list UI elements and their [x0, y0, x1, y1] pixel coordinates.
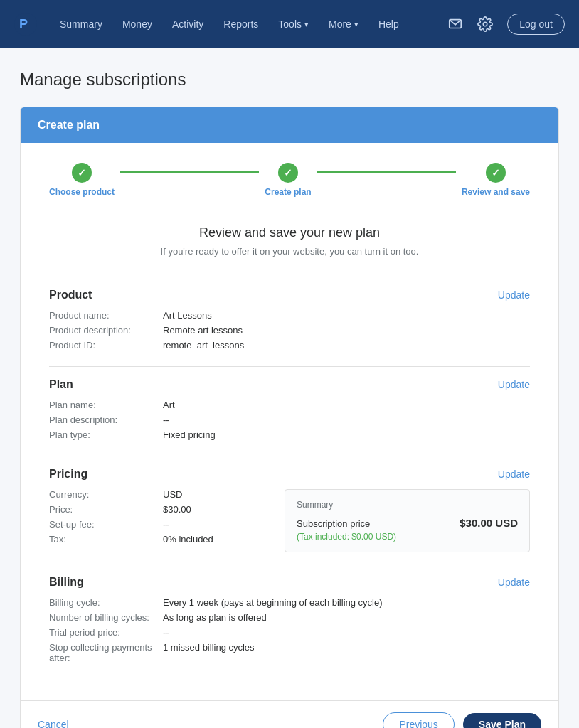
- nav-tools[interactable]: Tools: [270, 13, 317, 36]
- review-section: Review and save your new plan If you're …: [21, 211, 558, 700]
- product-desc-label: Product description:: [49, 325, 163, 336]
- trial-period-value: --: [163, 627, 169, 638]
- currency-value: USD: [163, 489, 182, 500]
- summary-price-amount: $30.00 USD: [460, 517, 518, 529]
- trial-period-row: Trial period price: --: [49, 627, 530, 638]
- billing-update-link[interactable]: Update: [498, 577, 530, 588]
- product-name-label: Product name:: [49, 310, 163, 321]
- plan-section: Plan Update Plan name: Art Plan descript…: [49, 366, 530, 456]
- setup-fee-label: Set-up fee:: [49, 519, 163, 530]
- pricing-summary: Summary Subscription price $30.00 USD (T…: [285, 489, 530, 552]
- tax-value: 0% included: [163, 534, 213, 545]
- create-plan-card: Create plan Choose product Create plan: [20, 107, 559, 728]
- currency-label: Currency:: [49, 489, 163, 500]
- nav-help[interactable]: Help: [370, 13, 408, 36]
- currency-row: Currency: USD: [49, 489, 270, 500]
- card-header: Create plan: [21, 107, 558, 143]
- summary-tax-note: (Tax included: $0.00 USD): [297, 532, 518, 542]
- plan-type-label: Plan type:: [49, 429, 163, 440]
- step-1-circle: [72, 163, 92, 183]
- footer-right: Previous Save Plan: [383, 712, 541, 728]
- pricing-section: Pricing Update Currency: USD Price: $30.…: [49, 456, 530, 564]
- stepper-line-1: [120, 171, 259, 173]
- stop-collecting-row: Stop collecting payments after: 1 missed…: [49, 642, 530, 663]
- card-footer: Cancel Previous Save Plan: [21, 700, 558, 728]
- num-billing-cycles-row: Number of billing cycles: As long as pla…: [49, 612, 530, 623]
- product-update-link[interactable]: Update: [498, 289, 530, 301]
- main-content: Manage subscriptions Create plan Choose …: [0, 48, 579, 728]
- billing-cycle-value: Every 1 week (pays at beginning of each …: [163, 597, 383, 608]
- plan-type-row: Plan type: Fixed pricing: [49, 429, 530, 440]
- step-1-check: [78, 167, 86, 178]
- step-3-label: Review and save: [462, 187, 530, 197]
- nav-activity[interactable]: Activity: [164, 13, 212, 36]
- pricing-section-name: Pricing: [49, 468, 87, 481]
- logout-button[interactable]: Log out: [507, 14, 565, 35]
- stepper-line-2: [317, 171, 456, 173]
- message-icon[interactable]: [442, 11, 469, 38]
- step-2-label: Create plan: [265, 187, 311, 197]
- nav-more[interactable]: More: [320, 13, 367, 36]
- stop-collecting-value: 1 missed billing cycles: [163, 642, 255, 663]
- plan-update-link[interactable]: Update: [498, 379, 530, 390]
- product-id-label: Product ID:: [49, 340, 163, 350]
- summary-title: Summary: [297, 500, 518, 510]
- review-subtitle: If you're ready to offer it on your webs…: [49, 246, 530, 257]
- num-billing-cycles-value: As long as plan is offered: [163, 612, 267, 623]
- product-section: Product Update Product name: Art Lessons…: [49, 277, 530, 366]
- save-plan-button[interactable]: Save Plan: [463, 713, 541, 728]
- summary-price-label: Subscription price: [297, 518, 370, 529]
- setup-fee-row: Set-up fee: --: [49, 519, 270, 530]
- pricing-section-header: Pricing Update: [49, 468, 530, 481]
- plan-type-value: Fixed pricing: [163, 429, 216, 440]
- pricing-update-link[interactable]: Update: [498, 469, 530, 480]
- nav-reports[interactable]: Reports: [215, 13, 267, 36]
- cancel-link[interactable]: Cancel: [38, 719, 69, 728]
- nav-money[interactable]: Money: [114, 13, 161, 36]
- plan-section-header: Plan Update: [49, 378, 530, 391]
- price-value: $30.00: [163, 504, 191, 515]
- plan-name-label: Plan name:: [49, 400, 163, 410]
- previous-button[interactable]: Previous: [383, 712, 454, 728]
- plan-desc-label: Plan description:: [49, 414, 163, 425]
- step-3-circle: [486, 163, 506, 183]
- paypal-logo: P: [14, 13, 37, 36]
- product-section-header: Product Update: [49, 289, 530, 301]
- pricing-content: Currency: USD Price: $30.00 Set-up fee: …: [49, 489, 530, 552]
- step-2-check: [284, 167, 292, 178]
- price-row: Price: $30.00: [49, 504, 270, 515]
- billing-cycle-row: Billing cycle: Every 1 week (pays at beg…: [49, 597, 530, 608]
- plan-desc-row: Plan description: --: [49, 414, 530, 425]
- page-title: Manage subscriptions: [20, 70, 559, 90]
- review-title: Review and save your new plan: [49, 225, 530, 240]
- product-id-row: Product ID: remote_art_lessons: [49, 340, 530, 350]
- trial-period-label: Trial period price:: [49, 627, 163, 638]
- plan-section-name: Plan: [49, 378, 73, 391]
- plan-name-value: Art: [163, 400, 175, 410]
- product-desc-value: Remote art lessons: [163, 325, 243, 336]
- product-section-name: Product: [49, 289, 92, 301]
- billing-section-header: Billing Update: [49, 576, 530, 589]
- plan-name-row: Plan name: Art: [49, 400, 530, 410]
- step-create-plan: Create plan: [265, 163, 311, 197]
- navbar: P Summary Money Activity Reports Tools M…: [0, 0, 579, 48]
- num-billing-cycles-label: Number of billing cycles:: [49, 612, 163, 623]
- plan-desc-value: --: [163, 414, 169, 425]
- svg-text:P: P: [19, 17, 28, 31]
- product-id-value: remote_art_lessons: [163, 340, 244, 350]
- billing-section-name: Billing: [49, 576, 84, 589]
- step-2-circle: [278, 163, 298, 183]
- price-label: Price:: [49, 504, 163, 515]
- tax-label: Tax:: [49, 534, 163, 545]
- product-name-row: Product name: Art Lessons: [49, 310, 530, 321]
- svg-point-3: [484, 22, 488, 26]
- summary-price-row: Subscription price $30.00 USD: [297, 517, 518, 529]
- step-1-label: Choose product: [49, 187, 115, 197]
- product-name-value: Art Lessons: [163, 310, 212, 321]
- pricing-fields: Currency: USD Price: $30.00 Set-up fee: …: [49, 489, 270, 552]
- billing-cycle-label: Billing cycle:: [49, 597, 163, 608]
- settings-icon[interactable]: [472, 11, 499, 38]
- product-desc-row: Product description: Remote art lessons: [49, 325, 530, 336]
- nav-summary[interactable]: Summary: [51, 13, 111, 36]
- step-3-check: [492, 167, 500, 178]
